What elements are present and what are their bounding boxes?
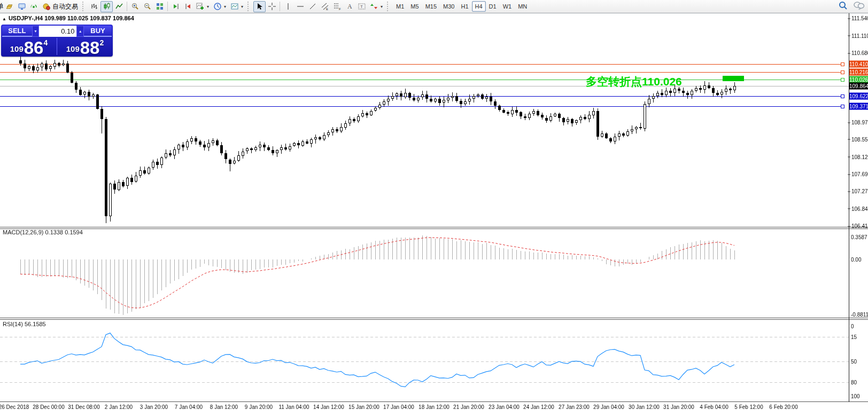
gold-button[interactable]: [3, 1, 15, 12]
bar-chart-button[interactable]: [88, 1, 100, 12]
rsi-axis-label: 50: [851, 358, 857, 364]
terminal-button[interactable]: [15, 1, 28, 12]
templates-icon: [230, 2, 239, 11]
chart-shift-icon: [184, 2, 192, 11]
volume-decrease-button[interactable]: ▾: [32, 26, 40, 37]
channel-button[interactable]: E: [319, 1, 331, 12]
indicators-button[interactable]: ▾: [194, 1, 211, 12]
fibonacci-icon: F: [333, 2, 342, 11]
timeframe-button-m1[interactable]: M1: [393, 1, 407, 12]
candlestick-button[interactable]: [100, 1, 113, 12]
time-axis-label: 5 Feb 12:00: [734, 404, 763, 410]
auto-scroll-button[interactable]: [169, 1, 182, 12]
time-axis-label: 28 Dec 00:00: [33, 404, 65, 410]
timeframe-button-h1[interactable]: H1: [458, 1, 471, 12]
vertical-line-button[interactable]: [282, 1, 294, 12]
autotrade-label: 自动交易: [52, 2, 78, 11]
line-chart-icon: [115, 2, 123, 11]
timeframe-button-mn[interactable]: MN: [515, 1, 530, 12]
cursor-icon: [255, 2, 264, 11]
text-button[interactable]: A: [343, 1, 355, 12]
time-axis-label: 23 Jan 04:00: [489, 404, 520, 410]
time-axis-label: 18 Jan 12:00: [418, 404, 449, 410]
buy-button[interactable]: BUY: [84, 26, 112, 37]
mt4-terminal: 单 自动交易: [0, 0, 868, 410]
price-tick-label: 106.410: [851, 223, 868, 229]
sell-price-sup: 4: [43, 38, 48, 47]
chart-shift-button[interactable]: [182, 1, 194, 12]
time-axis-label: 2 Jan 12:00: [105, 404, 133, 410]
macd-label: MACD(12,26,9) 0.1338 0.1594: [3, 229, 83, 235]
cursor-button[interactable]: [253, 1, 266, 12]
rsi-axis-label: 15: [851, 334, 857, 340]
buy-price-big: 88: [80, 41, 100, 56]
price-tick-label: 106.840: [851, 206, 868, 211]
triangle-up-icon: ▴: [79, 29, 81, 34]
fibonacci-button[interactable]: F: [331, 1, 343, 12]
sell-button[interactable]: SELL: [2, 26, 32, 37]
timeframe-button-h4[interactable]: H4: [472, 1, 486, 12]
main-toolbar: 单 自动交易: [0, 0, 868, 13]
tile-windows-button[interactable]: [153, 1, 166, 12]
timeframe-button-w1[interactable]: W1: [500, 1, 515, 12]
price-tick-label: 108.550: [851, 136, 868, 142]
channel-icon: E: [321, 2, 329, 11]
timeframe-button-m30[interactable]: M30: [440, 1, 458, 12]
price-level-badge: 110.026: [849, 76, 868, 83]
price-level-badge: 110.216: [849, 68, 868, 75]
chart-title: ▲USDJPY-,H4 109.989 110.025 109.837 109.…: [2, 15, 134, 21]
one-click-trading-panel: SELL ▾ ▴ BUY 109 86 4 109 88 2: [1, 25, 113, 57]
time-axis-label: 3 Jan 20:00: [140, 404, 168, 410]
gold-icon: [5, 2, 14, 11]
signal-button[interactable]: [28, 1, 40, 12]
chart-canvas[interactable]: [0, 13, 849, 410]
macd-value-2: 0.1594: [65, 229, 83, 235]
text-label-button[interactable]: T: [355, 1, 368, 12]
terminal-icon: [18, 2, 26, 11]
macd-axis-label: -0.8811: [851, 312, 868, 318]
zoom-out-button[interactable]: [141, 1, 153, 12]
time-axis-label: 27 Jan 23:00: [559, 404, 590, 410]
svg-text:T: T: [360, 4, 363, 9]
time-axis-label: 29 Jan 04:00: [593, 404, 624, 410]
bar-chart-icon: [90, 2, 99, 11]
time-axis-label: 6 Feb 20:00: [769, 404, 797, 410]
time-axis-label: 26 Dec 2018: [0, 404, 29, 410]
chat-icon[interactable]: [853, 1, 865, 10]
auto-scroll-icon: [172, 2, 180, 11]
price-level-badge: 109.371: [849, 102, 868, 109]
chevron-down-icon: ▾: [224, 4, 226, 9]
rsi-name: RSI(14): [3, 321, 23, 327]
svg-text:F: F: [339, 7, 341, 11]
collapse-triangle-icon[interactable]: ▲: [2, 17, 6, 21]
timeframe-button-m15[interactable]: M15: [422, 1, 440, 12]
volume-increase-button[interactable]: ▴: [76, 26, 84, 37]
timeframe-button-m5[interactable]: M5: [407, 1, 422, 12]
search-icon[interactable]: [838, 1, 848, 10]
time-axis-label: 31 Dec 08:00: [68, 404, 100, 410]
panel-splitter-main-macd[interactable]: [0, 227, 868, 229]
trendline-button[interactable]: [306, 1, 319, 12]
trendline-icon: [308, 2, 317, 11]
templates-button[interactable]: ▾: [228, 1, 245, 12]
arrows-button[interactable]: ▾: [368, 1, 385, 12]
macd-axis-label: 0.00: [851, 256, 861, 262]
price-tick-label: 111.110: [851, 33, 868, 38]
zoom-in-button[interactable]: [129, 1, 141, 12]
line-chart-button[interactable]: [113, 1, 125, 12]
periods-button[interactable]: ▾: [211, 1, 228, 12]
time-axis-label: 21 Jan 20:00: [453, 404, 484, 410]
panel-splitter-macd-rsi[interactable]: [0, 318, 868, 320]
rsi-value: 56.1585: [25, 321, 46, 327]
price-level-badge: 110.410: [849, 60, 868, 67]
horizontal-line-button[interactable]: [294, 1, 306, 12]
chevron-down-icon: ▾: [381, 4, 383, 9]
volume-input[interactable]: [39, 26, 76, 37]
autotrade-button[interactable]: 自动交易: [40, 1, 80, 12]
sell-price[interactable]: 109 86 4: [1, 37, 57, 57]
price-level-badge: 109.864: [849, 83, 868, 90]
crosshair-button[interactable]: [266, 1, 278, 12]
timeframe-button-d1[interactable]: D1: [486, 1, 500, 12]
pivot-annotation: 多空转折点110.026: [586, 74, 682, 89]
buy-price[interactable]: 109 88 2: [57, 37, 113, 57]
